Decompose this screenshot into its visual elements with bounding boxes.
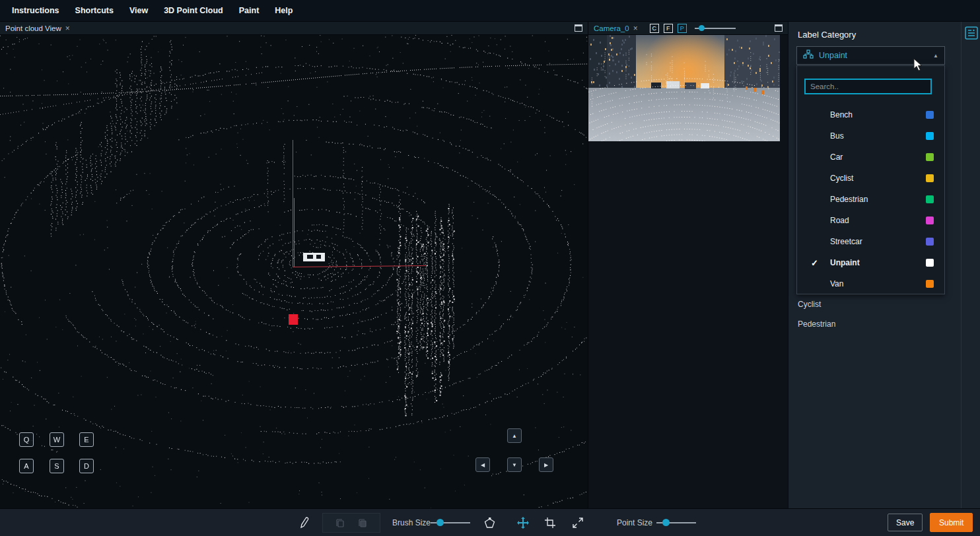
point-size-label: Point Size (617, 509, 652, 536)
brush-size-label: Brush Size (392, 509, 431, 536)
category-label: Bus (830, 131, 844, 141)
camera-mode-c-button[interactable]: C (650, 24, 659, 33)
key-w-button[interactable]: W (50, 432, 64, 447)
pan-down-button[interactable]: ▼ (507, 457, 522, 472)
category-color-swatch (926, 132, 934, 140)
category-label: Cyclist (830, 174, 853, 183)
category-row-road[interactable]: Road (797, 210, 944, 231)
crop-tool-icon[interactable] (544, 509, 556, 536)
selected-category-label: Unpaint (819, 51, 928, 60)
category-color-swatch (926, 195, 934, 203)
pointcloud-tab[interactable]: Point cloud View (5, 24, 61, 32)
check-icon: ✓ (811, 258, 822, 268)
key-a-button[interactable]: A (19, 459, 34, 473)
label-category-sidebar: Label Category Unpaint ▲ Bench Bus Car (788, 22, 961, 508)
category-row-pedestrian[interactable]: Pedestrian (797, 189, 944, 210)
move-tool-icon[interactable] (516, 509, 530, 536)
key-q-button[interactable]: Q (19, 432, 34, 447)
camera-maximize-icon[interactable] (775, 24, 783, 32)
category-label: Car (830, 152, 843, 162)
menu-3d-point-cloud[interactable]: 3D Point Cloud (164, 6, 223, 15)
submit-button[interactable]: Submit (930, 513, 973, 532)
pointcloud-panel: Point cloud View × Q W E A S D ▲ ◀ ▼ ▶ (0, 22, 588, 508)
camera-panel: Camera_0 × C F P (588, 22, 788, 508)
save-button[interactable]: Save (888, 514, 923, 531)
category-list: Bench Bus Car Cyclist Pedestrian Road (797, 104, 944, 294)
label-list-icon[interactable] (965, 26, 978, 42)
category-label: Bench (830, 110, 853, 119)
category-row-streetcar[interactable]: Streetcar (797, 231, 944, 252)
category-label: Streetcar (830, 237, 862, 246)
fullscreen-icon[interactable] (572, 509, 584, 536)
menu-paint[interactable]: Paint (239, 6, 260, 15)
menu-view[interactable]: View (129, 6, 148, 15)
bottom-toolbar: Brush Size Point Size Save Submit (0, 508, 980, 536)
menu-shortcuts[interactable]: Shortcuts (75, 6, 114, 15)
key-e-button[interactable]: E (79, 432, 94, 447)
category-row-bus[interactable]: Bus (797, 125, 944, 147)
category-row-car[interactable]: Car (797, 147, 944, 168)
camera-mode-p-button[interactable]: P (678, 24, 687, 33)
category-search-input[interactable] (804, 79, 932, 94)
pointcloud-tabbar: Point cloud View × (0, 22, 588, 35)
category-label: Road (830, 216, 849, 225)
category-row-cyclist[interactable]: Cyclist (797, 168, 944, 189)
menu-help[interactable]: Help (275, 6, 293, 15)
category-label: Pedestrian (830, 195, 868, 204)
paint-brush-icon[interactable] (298, 509, 310, 536)
category-dropdown: Bench Bus Car Cyclist Pedestrian Road (796, 65, 945, 294)
category-color-swatch (926, 217, 934, 224)
pointcloud-tab-close-icon[interactable]: × (65, 24, 70, 33)
category-network-icon (803, 50, 814, 61)
key-d-button[interactable]: D (79, 459, 94, 473)
menu-bar: Instructions Shortcuts View 3D Point Clo… (0, 0, 980, 22)
category-color-swatch (926, 280, 934, 288)
category-color-swatch (926, 238, 934, 246)
key-s-button[interactable]: S (50, 459, 64, 473)
polygon-tool-icon[interactable] (483, 509, 496, 536)
brush-size-slider[interactable] (431, 518, 470, 527)
category-color-swatch (926, 111, 934, 119)
camera-mode-f-button[interactable]: F (664, 24, 673, 33)
copy-icon[interactable] (335, 518, 345, 528)
annotation-label-pedestrian[interactable]: Pedestrian (798, 319, 835, 329)
pan-left-button[interactable]: ◀ (475, 457, 490, 472)
category-color-swatch (926, 174, 934, 182)
pointcloud-maximize-icon[interactable] (575, 24, 582, 32)
label-category-select[interactable]: Unpaint ▲ (796, 46, 945, 65)
category-color-swatch (926, 259, 934, 267)
category-label: Unpaint (830, 258, 860, 267)
category-row-bench[interactable]: Bench (797, 104, 944, 125)
pan-right-button[interactable]: ▶ (539, 457, 553, 472)
chevron-up-icon[interactable]: ▲ (933, 53, 938, 59)
category-color-swatch (926, 153, 934, 161)
copy-tools-group (322, 513, 380, 533)
category-row-unpaint[interactable]: ✓ Unpaint (797, 252, 944, 273)
point-size-slider[interactable] (656, 518, 696, 527)
category-row-van[interactable]: Van (797, 273, 944, 294)
paste-icon[interactable] (357, 518, 368, 528)
camera-tabbar: Camera_0 × C F P (588, 22, 788, 35)
menu-instructions[interactable]: Instructions (12, 6, 59, 15)
camera-tab-close-icon[interactable]: × (633, 24, 638, 33)
right-tool-strip (961, 22, 980, 508)
camera-tab[interactable]: Camera_0 (594, 24, 629, 32)
pan-up-button[interactable]: ▲ (507, 428, 522, 443)
label-category-title: Label Category (798, 30, 856, 40)
annotation-label-cyclist[interactable]: Cyclist (798, 300, 821, 309)
camera-canvas[interactable] (588, 35, 780, 141)
camera-opacity-slider[interactable] (695, 24, 736, 33)
category-label: Van (830, 279, 843, 288)
